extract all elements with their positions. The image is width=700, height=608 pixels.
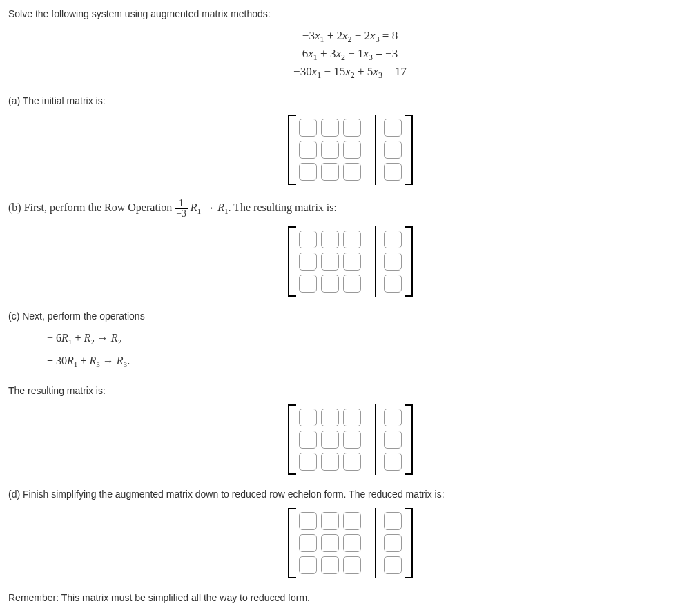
matrix-b-cell[interactable] [299,231,317,248]
matrix-d-cell[interactable] [321,534,339,552]
matrix-a-cell[interactable] [299,141,317,159]
matrix-c-cell[interactable] [321,453,339,471]
matrix-d-aug[interactable] [384,556,402,574]
matrix-c-cell[interactable] [321,409,339,426]
part-c-ops: − 6R1 + R2 → R2 + 30R1 + R3 → R3. [47,327,692,372]
part-c-result: The resulting matrix is: [8,385,692,396]
part-a-label: (a) The initial matrix is: [8,95,692,106]
bracket-right [405,115,413,185]
matrix-c-cell[interactable] [321,431,339,449]
matrix-d-cell[interactable] [299,556,317,574]
matrix-b [8,226,692,297]
matrix-d-aug[interactable] [384,534,402,552]
matrix-c-cell[interactable] [343,453,361,471]
matrix-d-aug[interactable] [384,512,402,530]
bracket-right [405,226,413,297]
matrix-c-aug[interactable] [384,431,402,449]
matrix-a-cell[interactable] [299,119,317,137]
matrix-b-cell[interactable] [299,275,317,293]
bracket-left [288,404,296,475]
matrix-a-aug[interactable] [384,163,402,181]
matrix-d-cell[interactable] [299,512,317,530]
bracket-left [288,115,296,185]
matrix-a-cell[interactable] [343,163,361,181]
matrix-a-cell[interactable] [321,163,339,181]
matrix-b-aug[interactable] [384,231,402,248]
matrix-b-cell[interactable] [343,253,361,271]
matrix-b-cell[interactable] [321,253,339,271]
fraction: 1−3 [175,199,187,218]
matrix-b-cell[interactable] [321,231,339,248]
matrix-a-cell[interactable] [343,119,361,137]
footer-note: Remember: This matrix must be simplified… [8,592,692,603]
matrix-c-cell[interactable] [299,453,317,471]
equation-system: −3x1 + 2x2 − 2x3 = 8 6x1 + 3x2 − 1x3 = −… [8,28,692,81]
matrix-a-cell[interactable] [343,141,361,159]
op-1: − 6R1 + R2 → R2 [47,327,692,350]
matrix-a-cell[interactable] [321,119,339,137]
bracket-left [288,226,296,297]
matrix-d-cell[interactable] [343,512,361,530]
matrix-c-cell[interactable] [299,409,317,426]
matrix-d-cell[interactable] [299,534,317,552]
matrix-c [8,404,692,475]
equation-line-1: −3x1 + 2x2 − 2x3 = 8 [8,28,692,46]
matrix-c-cell[interactable] [343,431,361,449]
matrix-d-cell[interactable] [321,556,339,574]
matrix-b-aug[interactable] [384,275,402,293]
matrix-a-cell[interactable] [321,141,339,159]
matrix-b-cell[interactable] [343,231,361,248]
op-2: + 30R1 + R3 → R3. [47,350,692,373]
matrix-a [8,115,692,185]
equation-line-2: 6x1 + 3x2 − 1x3 = −3 [8,46,692,63]
matrix-c-cell[interactable] [299,431,317,449]
matrix-b-cell[interactable] [321,275,339,293]
part-d-label: (d) Finish simplifying the augmented mat… [8,489,692,500]
matrix-d [8,508,692,578]
equation-line-3: −30x1 − 15x2 + 5x3 = 17 [8,63,692,81]
matrix-d-cell[interactable] [343,556,361,574]
matrix-c-aug[interactable] [384,409,402,426]
matrix-c-cell[interactable] [343,409,361,426]
matrix-d-cell[interactable] [343,534,361,552]
bracket-right [405,508,413,578]
part-b-label: (b) First, perform the Row Operation 1−3… [8,199,692,218]
bracket-right [405,404,413,475]
matrix-b-cell[interactable] [299,253,317,271]
bracket-left [288,508,296,578]
matrix-d-cell[interactable] [321,512,339,530]
matrix-c-aug[interactable] [384,453,402,471]
part-b-prefix: (b) First, perform the Row Operation [8,202,175,213]
matrix-b-cell[interactable] [343,275,361,293]
part-c-label: (c) Next, perform the operations [8,311,692,322]
matrix-a-cell[interactable] [299,163,317,181]
matrix-b-aug[interactable] [384,253,402,271]
problem-intro: Solve the following system using augment… [8,8,692,19]
matrix-a-aug[interactable] [384,141,402,159]
matrix-a-aug[interactable] [384,119,402,137]
